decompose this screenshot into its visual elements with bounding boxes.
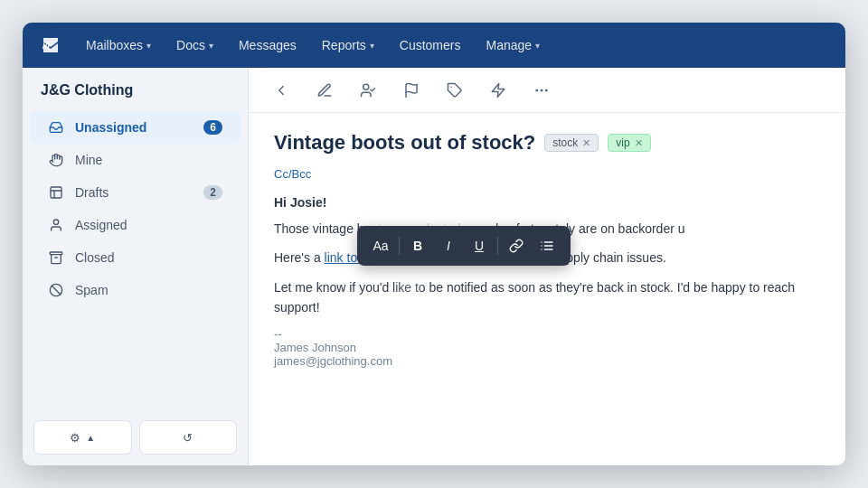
edit-button[interactable] <box>310 76 339 105</box>
format-separator <box>399 237 400 255</box>
chevron-down-icon: ▾ <box>535 41 540 51</box>
sidebar-item-closed[interactable]: Closed <box>30 241 241 274</box>
email-body-text3: Let me know if you'd like to be notified… <box>274 277 820 318</box>
sidebar-title: J&G Clothing <box>23 82 248 111</box>
chevron-down-icon: ▾ <box>209 41 213 51</box>
body-text: Those vintage b <box>274 221 364 236</box>
svg-point-4 <box>53 220 58 224</box>
email-body: Vintage boots out of stock? stock ✕ vip … <box>249 113 845 465</box>
nav-mailboxes[interactable]: Mailboxes ▾ <box>75 33 162 58</box>
sidebar-footer: ⚙ ▲ ↺ <box>23 411 248 455</box>
assign-button[interactable] <box>354 76 382 105</box>
svg-rect-1 <box>51 187 61 198</box>
compose-button[interactable]: ↺ <box>139 420 238 455</box>
sidebar-item-label: Assigned <box>75 218 127 232</box>
unassigned-count: 6 <box>203 120 222 135</box>
email-panel: Vintage boots out of stock? stock ✕ vip … <box>249 68 845 465</box>
chevron-down-icon: ▾ <box>370 41 374 51</box>
app-logo: /// <box>37 32 64 59</box>
tag-close-icon[interactable]: ✕ <box>582 137 590 149</box>
compose-icon: ↺ <box>183 431 193 445</box>
email-greeting: Hi Josie! <box>274 195 820 210</box>
format-list-button[interactable] <box>533 231 561 260</box>
tag-stock[interactable]: stock ✕ <box>544 134 599 152</box>
sidebar-item-mine[interactable]: Mine <box>30 144 241 176</box>
nav-messages[interactable]: Messages <box>228 33 307 58</box>
sidebar-item-label: Mine <box>75 153 102 167</box>
email-panel-wrapper: Vintage boots out of stock? stock ✕ vip … <box>249 68 845 465</box>
format-font-size-button[interactable]: Aa <box>366 231 395 260</box>
svg-point-15 <box>546 89 548 91</box>
gear-icon: ⚙ <box>70 431 80 445</box>
format-toolbar: Aa B I U <box>357 226 571 266</box>
back-button[interactable] <box>267 76 296 105</box>
drafts-icon <box>48 184 64 201</box>
sidebar-item-drafts[interactable]: Drafts 2 <box>30 176 241 209</box>
app-window: /// Mailboxes ▾ Docs ▾ Messages Reports … <box>23 23 845 465</box>
format-bold-button[interactable]: B <box>403 231 432 260</box>
sidebar-item-label: Closed <box>75 250 115 265</box>
email-subject-row: Vintage boots out of stock? stock ✕ vip … <box>274 131 820 155</box>
flag-button[interactable] <box>397 76 426 105</box>
main-content: J&G Clothing Unassigned 6 <box>23 68 845 465</box>
nav-reports[interactable]: Reports ▾ <box>311 33 385 58</box>
inbox-icon <box>48 119 64 136</box>
archive-icon <box>48 249 64 266</box>
email-subject: Vintage boots out of stock? <box>274 131 535 155</box>
hand-icon <box>48 152 64 168</box>
svg-text:///: /// <box>42 41 51 51</box>
sidebar-item-spam[interactable]: Spam <box>30 274 241 306</box>
sidebar-item-label: Spam <box>75 283 108 297</box>
svg-point-13 <box>536 89 538 91</box>
format-separator2 <box>497 237 498 255</box>
nav-customers[interactable]: Customers <box>389 33 472 58</box>
svg-marker-12 <box>492 83 505 97</box>
lightning-button[interactable] <box>484 76 513 105</box>
sidebar-item-label: Unassigned <box>75 120 146 135</box>
chevron-down-icon: ▾ <box>146 41 151 51</box>
sidebar: J&G Clothing Unassigned 6 <box>23 68 249 465</box>
sidebar-item-assigned[interactable]: Assigned <box>30 209 241 241</box>
sidebar-item-label: Drafts <box>75 185 108 200</box>
tag-close-icon[interactable]: ✕ <box>635 137 643 149</box>
drafts-count: 2 <box>203 185 222 200</box>
format-link-button[interactable] <box>502 231 531 260</box>
email-signature: -- James Johnson james@jgclothing.com <box>274 327 820 368</box>
svg-line-8 <box>52 286 60 294</box>
ban-icon <box>48 282 64 298</box>
label-button[interactable] <box>440 76 469 105</box>
cc-bcc-link[interactable]: Cc/Bcc <box>274 167 820 181</box>
format-italic-button[interactable]: I <box>434 231 463 260</box>
svg-point-9 <box>363 84 369 89</box>
format-underline-button[interactable]: U <box>465 231 494 260</box>
settings-chevron: ▲ <box>86 433 95 443</box>
settings-button[interactable]: ⚙ ▲ <box>33 420 132 455</box>
email-toolbar <box>249 68 845 113</box>
tag-vip[interactable]: vip ✕ <box>608 134 650 152</box>
more-button[interactable] <box>527 76 556 105</box>
nav-docs[interactable]: Docs ▾ <box>165 33 224 58</box>
nav-manage[interactable]: Manage ▾ <box>475 33 551 58</box>
top-nav: /// Mailboxes ▾ Docs ▾ Messages Reports … <box>23 23 845 68</box>
svg-rect-5 <box>50 252 61 255</box>
user-icon <box>48 217 64 233</box>
sidebar-item-unassigned[interactable]: Unassigned 6 <box>30 111 241 144</box>
svg-point-14 <box>541 89 542 91</box>
